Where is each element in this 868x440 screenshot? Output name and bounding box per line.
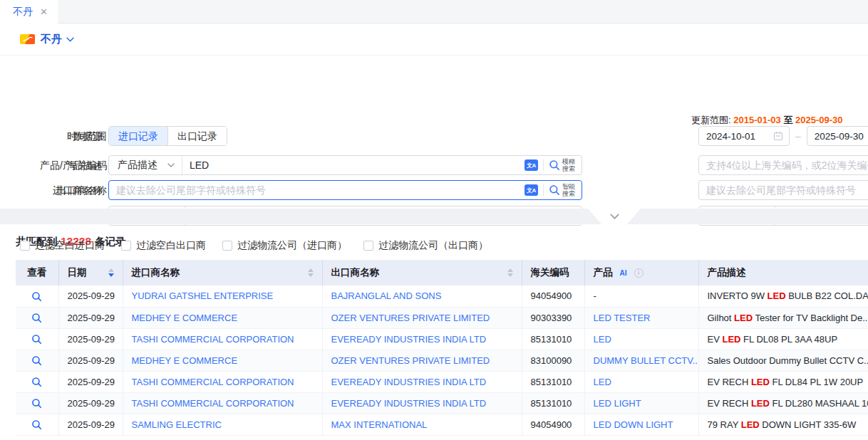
fuzzy-search-button[interactable]: 模糊 搜索 xyxy=(549,158,575,172)
search-icon xyxy=(549,159,560,171)
country-chevron-down-icon[interactable] xyxy=(66,37,74,42)
highlight-term: LED xyxy=(768,290,786,301)
filter-checkbox[interactable]: 过滤物流公司（进口商） xyxy=(222,239,347,252)
importer-link[interactable]: TASHI COMMERCIAL CORPORATION xyxy=(132,377,294,387)
calendar-icon[interactable] xyxy=(773,131,783,141)
column-importer[interactable]: 进口商名称 xyxy=(123,260,322,286)
toggle-export-records[interactable]: 出口记录 xyxy=(167,127,227,145)
translate-icon[interactable]: 文A xyxy=(525,159,538,171)
exporter-input[interactable] xyxy=(699,184,868,196)
smart-search-button[interactable]: 智能 搜索 xyxy=(549,183,575,197)
fuzzy-search-line2: 搜索 xyxy=(562,165,575,172)
checkbox-icon[interactable] xyxy=(121,241,131,251)
checkbox-icon[interactable] xyxy=(363,241,373,251)
date-range-dash: – xyxy=(795,130,801,142)
column-date[interactable]: 日期 xyxy=(58,260,123,286)
collapse-toggle[interactable] xyxy=(588,209,641,224)
product-actions: 文A 模糊 搜索 xyxy=(525,158,582,172)
column-product-label: 产品 xyxy=(594,266,613,279)
cell-exporter: OZER VENTURES PRIVATE LIMITED xyxy=(322,350,522,371)
filter-checkbox[interactable]: 过滤空白进口商 xyxy=(20,239,105,252)
view-record-button[interactable] xyxy=(16,307,58,328)
data-source-toggle: 进口记录 出口记录 xyxy=(108,126,227,146)
exporter-link[interactable]: OZER VENTURES PRIVATE LIMITED xyxy=(331,313,490,323)
column-product: 产品 AI i xyxy=(584,260,698,286)
tab-label: 不丹 xyxy=(13,6,33,19)
checkbox-icon[interactable] xyxy=(222,241,232,251)
view-record-button[interactable] xyxy=(16,414,58,435)
table-row: 2025-09-29YUDRAI GATSHEL ENTERPRISEBAJRA… xyxy=(16,286,868,307)
tab-close-icon[interactable]: ✕ xyxy=(40,6,48,17)
view-record-button[interactable] xyxy=(16,286,58,307)
page-header: 不丹 xyxy=(0,23,868,56)
exporter-group xyxy=(698,180,868,200)
smart-search-line1: 智能 xyxy=(562,183,575,190)
column-date-label: 日期 xyxy=(68,266,87,279)
product-link[interactable]: LED DOWN LIGHT xyxy=(594,419,673,430)
search-icon xyxy=(549,184,560,196)
exporter-link[interactable]: EVEREADY INDUSTRIES INDIA LTD xyxy=(331,334,487,345)
cell-importer: TASHI COMMERCIAL CORPORATION xyxy=(123,328,322,350)
filter-checkbox[interactable]: 过滤空白出口商 xyxy=(121,239,206,252)
importer-link[interactable]: MEDHEY E COMMERCE xyxy=(132,355,238,366)
checkbox-icon[interactable] xyxy=(20,241,30,251)
cell-hs-code: 94054900 xyxy=(522,286,584,307)
translate-icon[interactable]: 文A xyxy=(525,184,538,196)
cell-date: 2025-09-29 xyxy=(58,307,123,328)
tab-bar: 不丹 ✕ xyxy=(0,0,868,23)
column-exporter[interactable]: 出口商名称 xyxy=(322,260,522,286)
product-link[interactable]: LED LIGHT xyxy=(594,398,641,409)
sort-icon-date[interactable] xyxy=(108,268,114,277)
importer-link[interactable]: YUDRAI GATSHEL ENTERPRISE xyxy=(132,290,274,301)
date-start-input[interactable] xyxy=(698,126,790,146)
checkbox-label: 过滤物流公司（进口商） xyxy=(237,239,347,252)
date-start-value[interactable] xyxy=(699,131,773,142)
importer-search-group: 文A 智能 搜索 xyxy=(108,180,582,200)
cell-product: LED DOWN LIGHT xyxy=(584,414,698,435)
update-range-label: 更新范围: xyxy=(691,115,731,125)
cell-description: Sales Outdoor Dummy Bullet CCTV C... xyxy=(698,350,868,371)
product-link[interactable]: DUMMY BULLET CCTV... xyxy=(594,355,699,366)
info-icon[interactable]: i xyxy=(634,268,644,278)
view-record-button[interactable] xyxy=(16,371,58,392)
exporter-link[interactable]: OZER VENTURES PRIVATE LIMITED xyxy=(331,355,490,366)
update-range: 更新范围: 2015-01-03 至 2025-09-30 xyxy=(691,114,843,127)
exporter-link[interactable]: EVEREADY INDUSTRIES INDIA LTD xyxy=(331,398,487,409)
filter-checkbox-row: 过滤空白进口商过滤空白出口商过滤物流公司（进口商）过滤物流公司（出口商） xyxy=(20,239,488,252)
view-record-button[interactable] xyxy=(16,392,58,414)
time-range-picker: – xyxy=(698,126,868,146)
importer-link[interactable]: MEDHEY E COMMERCE xyxy=(132,313,238,323)
product-link[interactable]: LED xyxy=(594,377,611,387)
cell-description: INVERTO 9W LED BULB B22 COL.DA ... xyxy=(698,286,868,307)
hs-code-label: 海关编码 xyxy=(0,155,107,175)
product-type-select[interactable]: 产品描述 xyxy=(109,159,182,172)
importer-link[interactable]: TASHI COMMERCIAL CORPORATION xyxy=(132,398,294,409)
filter-checkbox[interactable]: 过滤物流公司（出口商） xyxy=(363,239,488,252)
tab-bhutan[interactable]: 不丹 ✕ xyxy=(0,0,58,23)
view-record-button[interactable] xyxy=(16,350,58,371)
cell-exporter: EVEREADY INDUSTRIES INDIA LTD xyxy=(322,328,522,350)
divider xyxy=(543,159,544,171)
importer-link[interactable]: SAMLING ELECTRIC xyxy=(132,419,222,430)
cell-exporter: EVEREADY INDUSTRIES INDIA LTD xyxy=(322,392,522,414)
ai-badge: AI xyxy=(617,268,630,278)
product-input[interactable] xyxy=(182,159,525,171)
importer-link[interactable]: TASHI COMMERCIAL CORPORATION xyxy=(132,334,294,345)
cell-hs-code: 94054900 xyxy=(522,414,584,435)
view-record-button[interactable] xyxy=(16,328,58,350)
toggle-import-records[interactable]: 进口记录 xyxy=(109,127,167,145)
sort-icon-exporter[interactable] xyxy=(507,268,513,277)
exporter-link[interactable]: EVEREADY INDUSTRIES INDIA LTD xyxy=(331,377,487,387)
exporter-link[interactable]: BAJRANGLAL AND SONS xyxy=(331,290,442,301)
column-exporter-label: 出口商名称 xyxy=(331,266,380,279)
date-end-input[interactable] xyxy=(807,126,868,146)
product-link[interactable]: LED TESTER xyxy=(594,313,651,323)
checkbox-label: 过滤空白进口商 xyxy=(35,239,105,252)
table-row: 2025-09-29TASHI COMMERCIAL CORPORATIONEV… xyxy=(16,328,868,350)
date-end-value[interactable] xyxy=(807,131,868,142)
hs-code-input[interactable] xyxy=(699,159,868,171)
sort-icon-importer[interactable] xyxy=(308,268,314,277)
product-link[interactable]: LED xyxy=(594,334,611,345)
importer-input[interactable] xyxy=(109,184,525,196)
exporter-link[interactable]: MAX INTERNATIONAL xyxy=(331,419,428,430)
